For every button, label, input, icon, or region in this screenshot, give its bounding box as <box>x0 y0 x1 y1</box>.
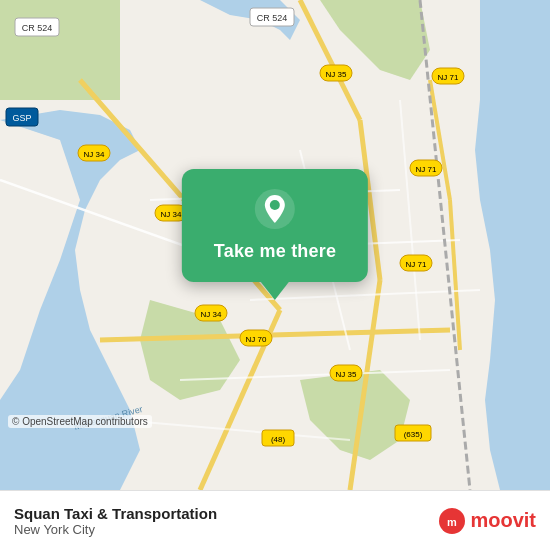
svg-text:(635): (635) <box>404 430 423 439</box>
svg-text:m: m <box>448 516 458 528</box>
svg-text:NJ 35: NJ 35 <box>326 70 347 79</box>
popup-card[interactable]: Take me there <box>182 169 368 282</box>
svg-text:NJ 70: NJ 70 <box>246 335 267 344</box>
svg-text:NJ 71: NJ 71 <box>438 73 459 82</box>
moovit-text: moovit <box>470 509 536 532</box>
svg-text:CR 524: CR 524 <box>257 13 288 23</box>
svg-text:NJ 34: NJ 34 <box>161 210 182 219</box>
bottom-bar: Squan Taxi & Transportation New York Cit… <box>0 490 550 550</box>
osm-credit: © OpenStreetMap contributors <box>8 415 152 428</box>
svg-text:NJ 71: NJ 71 <box>416 165 437 174</box>
svg-text:GSP: GSP <box>12 113 31 123</box>
take-me-there-button[interactable]: Take me there <box>214 241 336 262</box>
map-container: CR 524 CR 524 GSP NJ 34 NJ 34 NJ 34 NJ 3… <box>0 0 550 490</box>
place-city: New York City <box>14 522 217 537</box>
svg-rect-4 <box>0 0 120 100</box>
svg-text:NJ 35: NJ 35 <box>336 370 357 379</box>
svg-text:NJ 34: NJ 34 <box>201 310 222 319</box>
svg-text:CR 524: CR 524 <box>22 23 53 33</box>
moovit-logo[interactable]: m moovit <box>438 507 536 535</box>
moovit-icon: m <box>438 507 466 535</box>
place-name: Squan Taxi & Transportation <box>14 505 217 522</box>
svg-text:NJ 34: NJ 34 <box>84 150 105 159</box>
bottom-left: Squan Taxi & Transportation New York Cit… <box>14 505 217 537</box>
popup-overlay: Take me there <box>182 169 368 300</box>
svg-point-55 <box>270 200 280 210</box>
popup-tail <box>261 282 289 300</box>
location-pin-icon <box>253 187 297 231</box>
svg-text:(48): (48) <box>271 435 286 444</box>
svg-text:NJ 71: NJ 71 <box>406 260 427 269</box>
